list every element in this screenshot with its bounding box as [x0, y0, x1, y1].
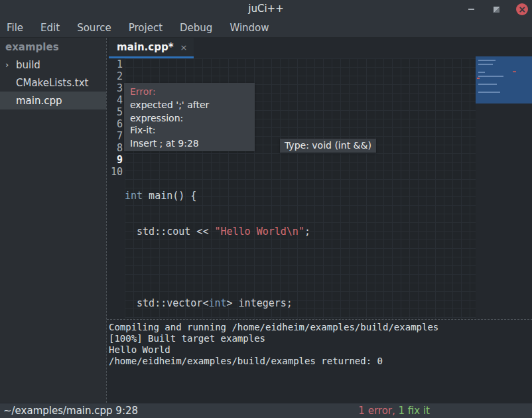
- error-tooltip-title: Error:: [130, 85, 249, 98]
- tree-item-label: main.cpp: [16, 95, 62, 107]
- menu-project[interactable]: Project: [129, 22, 163, 34]
- project-name-header: examples: [0, 38, 106, 56]
- window-title: juCi++: [0, 3, 532, 15]
- app-window: juCi++ × File Edit Source Project Debug …: [0, 0, 532, 418]
- menu-window[interactable]: Window: [230, 22, 269, 34]
- tab-close-icon[interactable]: ×: [180, 42, 187, 52]
- error-tooltip: Error: expected ';' after expression: Fi…: [124, 83, 255, 151]
- code-line-4[interactable]: int main() {: [125, 190, 476, 202]
- tree-item-cmakelists[interactable]: CMakeLists.txt: [0, 74, 106, 92]
- terminal-line: Hello World: [109, 344, 532, 356]
- error-tooltip-message: expected ';' after expression:: [130, 98, 249, 111]
- fixit-title: Fix-it:: [130, 123, 249, 137]
- menu-edit[interactable]: Edit: [40, 22, 60, 34]
- status-file-location: ~/examples/main.cpp 9:28: [3, 404, 138, 418]
- error-count: 1 error,: [358, 405, 395, 417]
- minimap-error-mark: [513, 71, 516, 72]
- minimize-icon: [468, 9, 474, 10]
- close-button[interactable]: ×: [516, 3, 528, 15]
- menu-source[interactable]: Source: [77, 22, 111, 34]
- status-diagnostics: 1 error, 1 fix it: [358, 404, 430, 418]
- maximize-icon: [494, 7, 499, 13]
- minimap-viewport[interactable]: [476, 56, 532, 104]
- terminal-line: /home/eidheim/examples/build/examples re…: [109, 356, 532, 367]
- terminal-output[interactable]: Compiling and running /home/eidheim/exam…: [107, 320, 532, 403]
- window-controls: ×: [466, 0, 528, 19]
- tree-item-maincpp[interactable]: main.cpp: [0, 92, 106, 109]
- terminal-line: [100%] Built target examples: [109, 333, 532, 344]
- fixit-count: 1 fix it: [395, 405, 430, 417]
- file-tree-panel: examples › build CMakeLists.txt main.cpp: [0, 38, 106, 403]
- tabbar: main.cpp* ×: [107, 38, 532, 58]
- type-tooltip: Type: void (int &&): [280, 139, 376, 153]
- close-icon: ×: [518, 5, 526, 14]
- code-line-3[interactable]: [125, 154, 476, 166]
- code-line-6[interactable]: [125, 261, 476, 273]
- chevron-right-icon[interactable]: ›: [5, 60, 16, 70]
- tab-label: main.cpp*: [117, 41, 173, 53]
- line-number-gutter: 1 2 3 4 5 6 7 8 9 10: [107, 58, 125, 320]
- tree-item-build[interactable]: › build: [0, 56, 106, 74]
- titlebar[interactable]: juCi++ ×: [0, 0, 532, 19]
- tree-item-label: build: [16, 59, 40, 71]
- code-line-7[interactable]: std::vector<int> integers;: [125, 297, 476, 309]
- minimap-strip[interactable]: [476, 58, 532, 320]
- statusbar: ~/examples/main.cpp 9:28 1 error, 1 fix …: [0, 403, 532, 418]
- minimize-button[interactable]: [466, 4, 476, 15]
- tab-maincpp[interactable]: main.cpp* ×: [109, 38, 194, 58]
- code-line-5[interactable]: std::cout << "Hello World\n";: [125, 226, 476, 238]
- minimap-error-mark: [477, 78, 480, 79]
- terminal-line: Compiling and running /home/eidheim/exam…: [109, 322, 532, 333]
- maximize-button[interactable]: [491, 4, 501, 15]
- menu-file[interactable]: File: [7, 22, 23, 34]
- menubar: File Edit Source Project Debug Window: [0, 19, 532, 38]
- fixit-message: Insert ; at 9:28: [130, 137, 249, 150]
- tree-item-label: CMakeLists.txt: [16, 77, 88, 89]
- menu-debug[interactable]: Debug: [180, 22, 212, 34]
